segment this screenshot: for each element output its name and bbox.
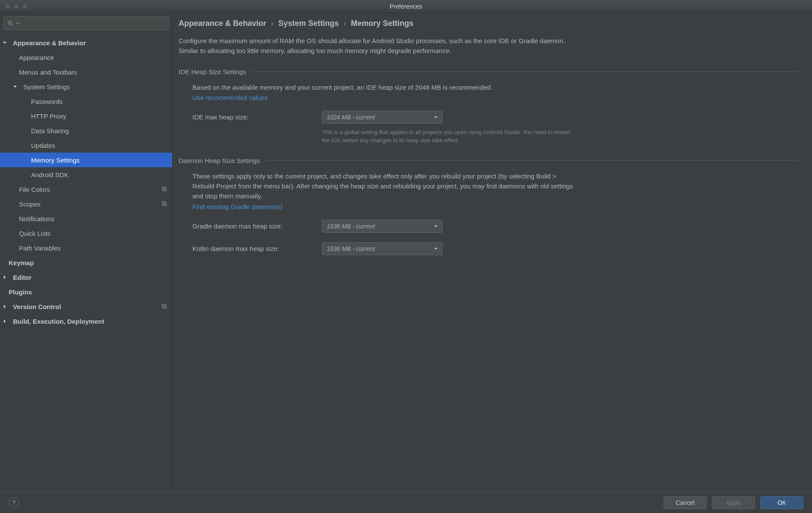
- tree-item[interactable]: Quick Lists: [0, 226, 172, 241]
- chevron-right-icon: [3, 304, 9, 309]
- svg-rect-3: [163, 188, 166, 191]
- ide-max-heap-combo[interactable]: 1024 MB - current: [322, 111, 443, 124]
- combo-value: 1024 MB - current: [327, 114, 375, 121]
- combo-value: 1536 MB - current: [327, 223, 375, 230]
- svg-rect-5: [163, 203, 166, 206]
- tree-item[interactable]: Appearance: [0, 50, 172, 65]
- tree-item-label: File Colors: [19, 186, 50, 193]
- tree-item[interactable]: Notifications: [0, 211, 172, 226]
- tree-item-label: Memory Settings: [31, 156, 80, 164]
- cancel-button[interactable]: Cancel: [664, 496, 707, 509]
- tree-item[interactable]: Build, Execution, Deployment: [0, 314, 172, 328]
- gradle-heap-combo[interactable]: 1536 MB - current: [322, 220, 443, 233]
- svg-rect-2: [162, 187, 165, 190]
- breadcrumb-sep: ›: [341, 19, 349, 28]
- ide-recommendation-text: Based on the available memory and your c…: [192, 82, 576, 92]
- tree-item-label: Updates: [31, 142, 55, 149]
- fieldset-legend: IDE Heap Size Settings: [179, 68, 246, 75]
- chevron-down-icon: [434, 247, 438, 251]
- chevron-down-icon: [3, 41, 9, 45]
- copy-icon: [161, 303, 167, 310]
- svg-line-1: [11, 24, 13, 25]
- settings-tree: Appearance & BehaviorAppearanceMenus and…: [0, 34, 172, 491]
- chevron-down-icon: [434, 115, 438, 119]
- daemon-heap-fieldset: Daemon Heap Size Settings These settings…: [179, 157, 799, 255]
- tree-item-label: Data Sharing: [31, 127, 69, 135]
- zoom-dot[interactable]: [22, 4, 28, 9]
- tree-item[interactable]: Path Variables: [0, 241, 172, 255]
- titlebar: Preferences: [0, 0, 812, 13]
- tree-item[interactable]: Passwords: [0, 94, 172, 109]
- svg-rect-6: [162, 304, 165, 307]
- tree-item[interactable]: Plugins: [0, 285, 172, 299]
- find-gradle-daemons-link[interactable]: Find existing Gradle daemon(s): [192, 203, 283, 210]
- tree-item[interactable]: HTTP Proxy: [0, 109, 172, 123]
- tree-item-label: Plugins: [9, 288, 32, 296]
- tree-item-label: Keymap: [9, 259, 34, 266]
- dialog-footer: ? Cancel Apply OK: [0, 491, 812, 513]
- search-input[interactable]: [22, 20, 165, 27]
- tree-item[interactable]: Updates: [0, 138, 172, 153]
- close-dot[interactable]: [5, 4, 10, 9]
- tree-item[interactable]: Scopes: [0, 197, 172, 211]
- search-box[interactable]: [3, 16, 169, 30]
- tree-item-label: Passwords: [31, 98, 63, 105]
- tree-item[interactable]: Menus and Toolbars: [0, 65, 172, 79]
- breadcrumb-item: Memory Settings: [351, 19, 413, 28]
- daemon-body-text: These settings apply only to the current…: [192, 171, 576, 201]
- breadcrumb-item: Appearance & Behavior: [179, 19, 266, 28]
- chevron-down-icon: [16, 22, 19, 25]
- tree-item-label: Appearance & Behavior: [13, 39, 86, 47]
- tree-item[interactable]: Data Sharing: [0, 123, 172, 138]
- ok-button[interactable]: OK: [760, 496, 803, 509]
- tree-item[interactable]: Memory Settings: [0, 153, 172, 167]
- tree-item-label: Android SDK: [31, 171, 69, 178]
- tree-item-label: Menus and Toolbars: [19, 69, 77, 76]
- chevron-right-icon: [3, 319, 9, 323]
- tree-item-label: Path Variables: [19, 244, 60, 252]
- tree-item[interactable]: Appearance & Behavior: [0, 35, 172, 50]
- breadcrumb: Appearance & Behavior › System Settings …: [179, 19, 799, 28]
- chevron-down-icon: [434, 224, 438, 228]
- window-title: Preferences: [0, 3, 812, 10]
- breadcrumb-sep: ›: [268, 19, 276, 28]
- tree-item[interactable]: Version Control: [0, 299, 172, 314]
- minimize-dot[interactable]: [14, 4, 19, 9]
- tree-item-label: Build, Execution, Deployment: [13, 318, 104, 325]
- combo-value: 1536 MB - current: [327, 245, 375, 252]
- svg-point-0: [8, 21, 11, 24]
- window-controls: [0, 4, 28, 9]
- breadcrumb-item: System Settings: [278, 19, 339, 28]
- fieldset-legend: Daemon Heap Size Settings: [179, 157, 260, 164]
- copy-icon: [161, 200, 167, 208]
- kotlin-heap-label: Kotlin daemon max heap size:: [192, 245, 322, 252]
- tree-item-label: Quick Lists: [19, 230, 50, 237]
- tree-item-label: HTTP Proxy: [31, 113, 66, 120]
- tree-item-label: Version Control: [13, 303, 61, 310]
- tree-item[interactable]: File Colors: [0, 182, 172, 197]
- svg-rect-4: [162, 201, 165, 204]
- ide-heap-fieldset: IDE Heap Size Settings Based on the avai…: [179, 68, 799, 145]
- page-description: Configure the maximum amount of RAM the …: [179, 36, 576, 56]
- tree-item-label: System Settings: [23, 83, 70, 91]
- tree-item[interactable]: System Settings: [0, 79, 172, 94]
- chevron-right-icon: [3, 275, 9, 279]
- tree-item[interactable]: Editor: [0, 270, 172, 285]
- settings-content: Appearance & Behavior › System Settings …: [173, 13, 812, 491]
- search-icon: [7, 20, 13, 26]
- tree-item[interactable]: Android SDK: [0, 167, 172, 182]
- help-button[interactable]: ?: [9, 497, 19, 508]
- svg-rect-7: [163, 305, 166, 308]
- gradle-heap-label: Gradle daemon max heap size:: [192, 222, 322, 230]
- tree-item-label: Editor: [13, 274, 31, 281]
- copy-icon: [161, 186, 167, 193]
- ide-heap-hint: This is a global setting that applies to…: [322, 128, 576, 145]
- tree-item[interactable]: Keymap: [0, 255, 172, 270]
- chevron-down-icon: [13, 84, 19, 89]
- kotlin-heap-combo[interactable]: 1536 MB - current: [322, 242, 443, 255]
- apply-button[interactable]: Apply: [712, 496, 755, 509]
- use-recommended-link[interactable]: Use recommended values: [192, 94, 268, 101]
- ide-max-heap-label: IDE max heap size:: [192, 113, 322, 121]
- preferences-sidebar: Appearance & BehaviorAppearanceMenus and…: [0, 13, 173, 491]
- tree-item-label: Notifications: [19, 215, 54, 222]
